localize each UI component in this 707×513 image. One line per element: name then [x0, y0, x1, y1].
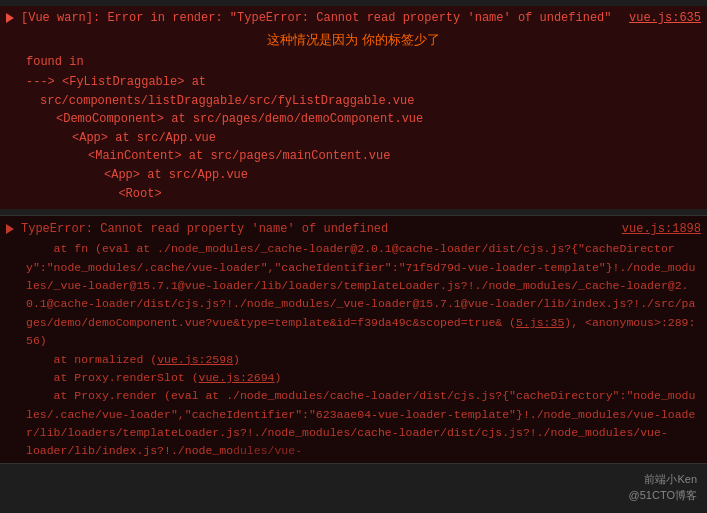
error1-stack-3: <App> at src/App.vue	[0, 129, 707, 148]
watermark-line2: @51CTO博客	[629, 488, 697, 503]
error2-stack-2: at Proxy.renderSlot (vue.js:2694)	[26, 369, 701, 387]
error1-icon	[6, 10, 17, 27]
error2-icon	[6, 221, 17, 238]
error2-link-5js[interactable]: 5.js:35	[516, 316, 564, 329]
error1-stack-6: <Root>	[0, 185, 707, 204]
console-panel[interactable]: [Vue warn]: Error in render: "TypeError:…	[0, 0, 707, 513]
watermark-line1: 前端小Ken	[629, 472, 697, 487]
error-block-2: TypeError: Cannot read property 'name' o…	[0, 216, 707, 464]
error2-link-renderslot[interactable]: vue.js:2694	[199, 371, 275, 384]
watermark: 前端小Ken @51CTO博客	[629, 472, 697, 503]
error2-stack-0: at fn (eval at ./node_modules/_cache-loa…	[26, 240, 701, 350]
error2-title-text: TypeError: Cannot read property 'name' o…	[21, 222, 388, 236]
error1-stack-4: <MainContent> at src/pages/mainContent.v…	[0, 147, 707, 166]
error2-link-normalized[interactable]: vue.js:2598	[157, 353, 233, 366]
error2-link[interactable]: vue.js:1898	[622, 220, 701, 238]
error1-stack-5: <App> at src/App.vue	[0, 166, 707, 185]
error1-stack-1: src/components/listDraggable/src/fyListD…	[0, 92, 707, 111]
error1-found-text: found in	[26, 55, 84, 69]
error1-chinese-note: 这种情况是因为 你的标签少了	[0, 29, 707, 51]
error2-stack-4: loader/lib/index.js?!./node_modules/vue-	[26, 442, 701, 460]
error2-stack-1: at normalized (vue.js:2598)	[26, 351, 701, 369]
error1-title: [Vue warn]: Error in render: "TypeError:…	[21, 9, 701, 27]
error-block-1: [Vue warn]: Error in render: "TypeError:…	[0, 0, 707, 216]
error2-main-line: TypeError: Cannot read property 'name' o…	[0, 216, 707, 240]
error1-main-line: [Vue warn]: Error in render: "TypeError:…	[0, 6, 707, 29]
error1-stack-2: <DemoComponent> at src/pages/demo/demoCo…	[0, 110, 707, 129]
error1-title-text: [Vue warn]: Error in render: "TypeError:…	[21, 11, 612, 25]
error1-stack-0: ---> <FyListDraggable> at	[0, 73, 707, 92]
error1-chinese-text: 这种情况是因为 你的标签少了	[267, 32, 440, 47]
error1-link[interactable]: vue.js:635	[629, 9, 701, 27]
error1-found: found in	[0, 51, 707, 73]
error2-title: TypeError: Cannot read property 'name' o…	[21, 220, 701, 238]
error2-stack: at fn (eval at ./node_modules/_cache-loa…	[0, 240, 707, 463]
error2-stack-3: at Proxy.render (eval at ./node_modules/…	[26, 387, 701, 442]
